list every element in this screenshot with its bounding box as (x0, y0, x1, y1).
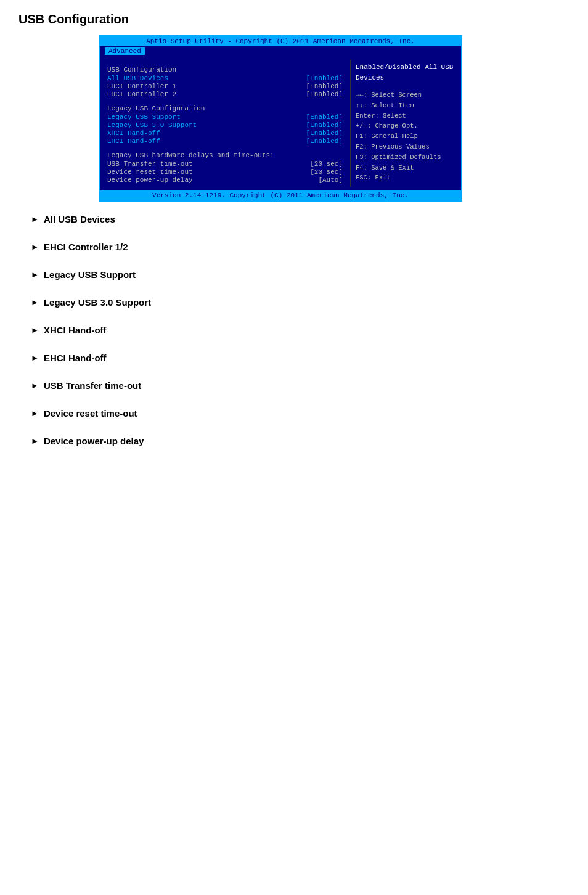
hint-enter: Enter: Select (356, 111, 456, 121)
below-items-list: ► All USB Devices ► EHCI Controller 1/2 … (18, 214, 570, 446)
hint-f2: F2: Previous Values (356, 142, 456, 152)
list-label-device-reset-timeout: Device reset time-out (44, 408, 137, 419)
bios-row-xhci[interactable]: XHCI Hand-off [Enabled] (107, 129, 343, 137)
list-label-usb-transfer-timeout: USB Transfer time-out (44, 380, 141, 391)
arrow-icon-ehci-hand-off: ► (31, 353, 39, 362)
bios-footer: Version 2.14.1219. Copyright (C) 2011 Am… (100, 190, 461, 200)
list-item-all-usb-devices[interactable]: ► All USB Devices (31, 214, 570, 224)
bios-value-transfer-timeout: [20 sec] (310, 160, 343, 168)
hint-select-item: ↑↓: Select Item (356, 100, 456, 111)
bios-tab-bar: Advanced (100, 46, 461, 56)
list-item-legacy-usb-30[interactable]: ► Legacy USB 3.0 Support (31, 297, 570, 308)
bios-value-legacy-30: [Enabled] (306, 121, 343, 129)
hint-f1: F1: General Help (356, 131, 456, 142)
bios-section-delays: Legacy USB hardware delays and time-outs… (107, 152, 343, 159)
bios-value-ehci-handoff: [Enabled] (306, 137, 343, 145)
bios-row-ehci2[interactable]: EHCI Controller 2 [Enabled] (107, 91, 343, 98)
hint-f3: F3: Optimized Defaults (356, 152, 456, 163)
arrow-icon-transfer-timeout: ► (31, 381, 39, 390)
bios-row-reset-timeout[interactable]: Device reset time-out [20 sec] (107, 168, 343, 176)
bios-label-reset-timeout: Device reset time-out (107, 168, 193, 176)
list-item-device-reset-timeout[interactable]: ► Device reset time-out (31, 408, 570, 419)
list-label-all-usb-devices: All USB Devices (44, 214, 115, 224)
list-item-legacy-usb-support[interactable]: ► Legacy USB Support (31, 269, 570, 280)
list-label-legacy-usb-support: Legacy USB Support (44, 269, 136, 280)
list-label-ehci-hand-off: EHCI Hand-off (44, 353, 107, 363)
bios-title-bar: Aptio Setup Utility - Copyright (C) 2011… (100, 36, 461, 46)
bios-value-xhci: [Enabled] (306, 129, 343, 137)
bios-label-all-usb: All USB Devices (107, 75, 168, 82)
bios-label-legacy-support: Legacy USB Support (107, 113, 181, 121)
bios-label-ehci1: EHCI Controller 1 (107, 83, 176, 90)
bios-value-legacy-support: [Enabled] (306, 113, 343, 121)
list-item-device-powerup-delay[interactable]: ► Device power-up delay (31, 436, 570, 446)
bios-right-panel: Enabled/Disabled All USB Devices →←: Sel… (350, 60, 461, 187)
arrow-icon-reset-timeout: ► (31, 409, 39, 418)
bios-screen: Aptio Setup Utility - Copyright (C) 2011… (99, 35, 462, 202)
bios-row-legacy-30[interactable]: Legacy USB 3.0 Support [Enabled] (107, 121, 343, 129)
bios-right-top-text: Enabled/Disabled All USB Devices (356, 62, 456, 83)
bios-row-powerup-delay[interactable]: Device power-up delay [Auto] (107, 176, 343, 184)
bios-value-powerup-delay: [Auto] (318, 176, 343, 184)
bios-section-usb-config: USB Configuration (107, 66, 343, 73)
list-label-device-powerup-delay: Device power-up delay (44, 436, 144, 446)
hint-change: +/-: Change Opt. (356, 121, 456, 131)
list-item-ehci-hand-off[interactable]: ► EHCI Hand-off (31, 353, 570, 363)
bios-section-legacy-usb: Legacy USB Configuration (107, 105, 343, 112)
bios-row-all-usb[interactable]: All USB Devices [Enabled] (107, 75, 343, 82)
bios-content: USB Configuration All USB Devices [Enabl… (100, 56, 461, 190)
hint-esc: ESC: Exit (356, 173, 456, 183)
bios-value-ehci1: [Enabled] (306, 83, 343, 90)
list-item-usb-transfer-timeout[interactable]: ► USB Transfer time-out (31, 380, 570, 391)
bios-label-legacy-30: Legacy USB 3.0 Support (107, 121, 197, 129)
list-label-xhci-hand-off: XHCI Hand-off (44, 325, 107, 335)
bios-label-xhci: XHCI Hand-off (107, 129, 160, 137)
arrow-icon-xhci: ► (31, 325, 39, 335)
bios-label-transfer-timeout: USB Transfer time-out (107, 160, 193, 168)
list-item-xhci-hand-off[interactable]: ► XHCI Hand-off (31, 325, 570, 335)
bios-label-ehci-handoff: EHCI Hand-off (107, 137, 160, 145)
bios-hint-block: →←: Select Screen ↑↓: Select Item Enter:… (356, 90, 456, 183)
arrow-icon-ehci-12: ► (31, 242, 39, 251)
list-item-ehci-controller-12[interactable]: ► EHCI Controller 1/2 (31, 242, 570, 252)
bios-value-reset-timeout: [20 sec] (310, 168, 343, 176)
list-label-legacy-usb-30: Legacy USB 3.0 Support (44, 297, 151, 308)
bios-value-ehci2: [Enabled] (306, 91, 343, 98)
bios-label-ehci2: EHCI Controller 2 (107, 91, 176, 98)
bios-row-ehci1[interactable]: EHCI Controller 1 [Enabled] (107, 83, 343, 90)
bios-main-panel: USB Configuration All USB Devices [Enabl… (100, 60, 350, 187)
page-title: USB Configuration (18, 12, 570, 27)
arrow-icon-legacy-usb: ► (31, 270, 39, 279)
bios-row-transfer-timeout[interactable]: USB Transfer time-out [20 sec] (107, 160, 343, 168)
bios-row-legacy-support[interactable]: Legacy USB Support [Enabled] (107, 113, 343, 121)
list-label-ehci-controller-12: EHCI Controller 1/2 (44, 242, 128, 252)
arrow-icon-legacy-30: ► (31, 298, 39, 307)
hint-select-screen: →←: Select Screen (356, 90, 456, 100)
hint-f4: F4: Save & Exit (356, 163, 456, 173)
bios-row-ehci-handoff[interactable]: EHCI Hand-off [Enabled] (107, 137, 343, 145)
arrow-icon-powerup-delay: ► (31, 436, 39, 446)
bios-label-powerup-delay: Device power-up delay (107, 176, 193, 184)
bios-value-all-usb: [Enabled] (306, 75, 343, 82)
arrow-icon-all-usb: ► (31, 215, 39, 224)
bios-tab-advanced[interactable]: Advanced (105, 47, 145, 55)
